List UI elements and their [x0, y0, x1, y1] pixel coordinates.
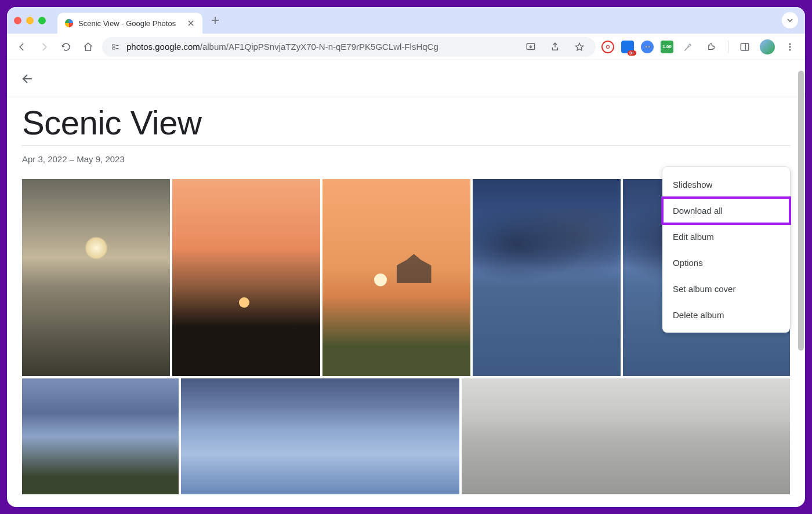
- app-header: [7, 60, 805, 97]
- title-underline: [22, 145, 790, 146]
- separator: [728, 41, 728, 53]
- album-date-range: Apr 3, 2022 – May 9, 2023: [22, 154, 790, 164]
- tab-strip: Scenic View - Google Photos: [7, 7, 805, 34]
- browser-window: Scenic View - Google Photos: [7, 7, 805, 507]
- album-options-menu: Slideshow Download all Edit album Option…: [662, 167, 790, 333]
- photo-thumbnail[interactable]: [181, 378, 459, 494]
- extension-blue-icon[interactable]: 9+: [621, 41, 634, 53]
- new-tab-button[interactable]: [207, 12, 223, 28]
- url-host: photos.google.com: [126, 42, 200, 52]
- photo-thumbnail[interactable]: [172, 179, 320, 376]
- scrollbar-thumb[interactable]: [798, 71, 804, 351]
- menu-slideshow[interactable]: Slideshow: [662, 172, 790, 198]
- minimize-window-button[interactable]: [26, 17, 34, 24]
- home-button[interactable]: [80, 39, 96, 55]
- svg-rect-1: [113, 48, 115, 49]
- close-window-button[interactable]: [14, 17, 21, 24]
- browser-tab[interactable]: Scenic View - Google Photos: [57, 13, 202, 34]
- extension-opera-icon[interactable]: O: [601, 41, 614, 53]
- svg-rect-3: [741, 43, 749, 50]
- url-text: photos.google.com/album/AF1QipPSnvjaTZyX…: [126, 42, 438, 52]
- menu-edit-album[interactable]: Edit album: [662, 224, 790, 250]
- bookmark-star-icon[interactable]: [571, 39, 588, 55]
- extensions-puzzle-icon[interactable]: [704, 39, 720, 55]
- photo-thumbnail[interactable]: [22, 179, 170, 376]
- photo-thumbnail[interactable]: [462, 378, 790, 494]
- photo-thumbnail[interactable]: [22, 378, 179, 494]
- photo-thumbnail[interactable]: [473, 179, 621, 376]
- extension-badge-green: 1.00: [662, 44, 672, 49]
- album-content: Scenic View Apr 3, 2022 – May 9, 2023 Sl…: [7, 97, 805, 507]
- browser-toolbar: photos.google.com/album/AF1QipPSnvjaTZyX…: [7, 34, 805, 60]
- tab-close-button[interactable]: [186, 19, 195, 28]
- extension-glasses-icon[interactable]: 👓: [641, 41, 654, 53]
- menu-download-all[interactable]: Download all: [662, 198, 790, 224]
- reload-button[interactable]: [58, 39, 74, 55]
- extension-brush-icon[interactable]: [680, 39, 697, 55]
- address-bar[interactable]: photos.google.com/album/AF1QipPSnvjaTZyX…: [102, 37, 596, 57]
- photo-row-2: [22, 378, 790, 494]
- tab-title: Scenic View - Google Photos: [78, 19, 176, 28]
- extension-green-icon[interactable]: 1.00: [661, 41, 673, 53]
- install-app-icon[interactable]: [523, 39, 539, 55]
- site-info-icon[interactable]: [110, 42, 121, 52]
- svg-point-6: [789, 49, 791, 50]
- photos-back-button[interactable]: [17, 68, 38, 89]
- chrome-menu-icon[interactable]: [782, 39, 798, 55]
- svg-point-5: [789, 46, 791, 48]
- share-icon[interactable]: [547, 39, 563, 55]
- menu-delete-album[interactable]: Delete album: [662, 302, 790, 328]
- tabs-dropdown-button[interactable]: [782, 12, 798, 28]
- menu-options[interactable]: Options: [662, 250, 790, 276]
- scrollbar-track: [798, 71, 804, 501]
- google-photos-favicon-icon: [64, 19, 74, 28]
- window-controls: [14, 17, 46, 24]
- profile-avatar[interactable]: [760, 39, 775, 54]
- extensions-row: O 9+ 👓 1.00: [601, 39, 798, 55]
- nav-forward-button[interactable]: [36, 39, 52, 55]
- menu-set-album-cover[interactable]: Set album cover: [662, 276, 790, 302]
- url-path: /album/AF1QipPSnvjaTZyX70-N-n-qE79rPK5GC…: [200, 42, 438, 52]
- svg-rect-0: [113, 45, 115, 46]
- extension-badge: 9+: [628, 50, 636, 56]
- nav-back-button[interactable]: [14, 39, 30, 55]
- album-title: Scenic View: [22, 103, 790, 145]
- maximize-window-button[interactable]: [38, 17, 46, 24]
- side-panel-icon[interactable]: [737, 39, 753, 55]
- svg-point-4: [789, 43, 791, 45]
- photo-thumbnail[interactable]: [322, 179, 470, 376]
